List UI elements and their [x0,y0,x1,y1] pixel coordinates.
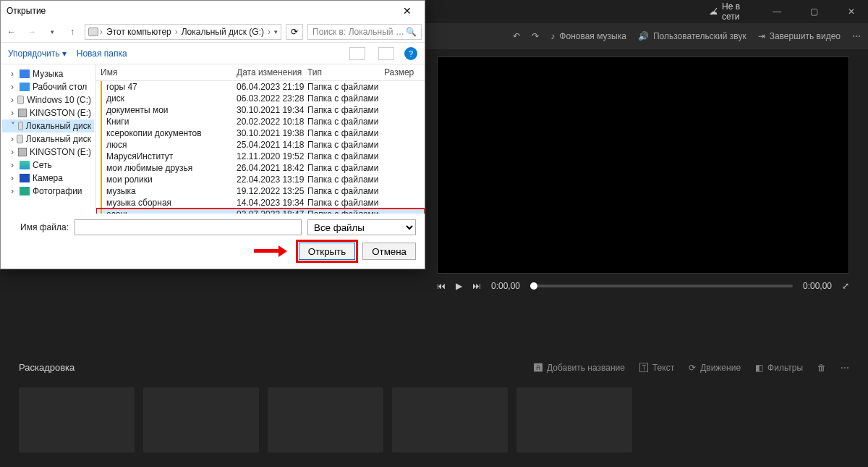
undo-button[interactable]: ↶ [513,31,520,41]
tree-item[interactable]: ›Рабочий стол [2,80,94,93]
minimize-button[interactable]: — [765,1,789,22]
file-date: 22.04.2023 13:19 [237,174,307,185]
file-row[interactable]: мои любимые друзья26.04.2021 18:42Папка … [96,162,425,174]
col-size[interactable]: Размер [384,67,420,77]
col-name[interactable]: Имя [101,67,237,77]
next-button[interactable]: ⏭ [472,281,481,291]
customsound-button[interactable]: 🔊Пользовательский звук [638,31,746,41]
tree-item[interactable]: ›KINGSTON (E:) [2,146,94,159]
tree-item[interactable]: ›KINGSTON (E:) [2,106,94,119]
chevron-icon: › [11,186,17,196]
usb-icon [18,109,27,117]
undo-icon: ↶ [513,31,520,41]
file-row[interactable]: МарусяИнститут12.11.2020 19:52Папка с фа… [96,151,425,162]
dialog-close-button[interactable]: ✕ [396,5,419,17]
prev-button[interactable]: ⏮ [437,281,446,291]
storyboard-slot[interactable] [268,387,383,453]
view-button[interactable] [349,47,365,60]
tree-item[interactable]: ›Камера [2,172,94,185]
file-date: 30.10.2021 19:34 [237,105,307,115]
storyboard-slot[interactable] [516,387,632,453]
maximize-button[interactable]: ▢ [802,1,827,22]
file-list: Имя Дата изменения Тип Размер горы 4706.… [96,64,425,214]
filetype-select[interactable]: Все файлы [307,219,416,235]
file-row[interactable]: диск06.03.2022 23:28Папка с файлами [96,93,425,104]
export-icon: ⇥ [758,31,765,41]
file-row[interactable]: музыка сборная14.04.2023 19:34Папка с фа… [96,197,425,209]
more-button[interactable]: ⋯ [852,31,861,41]
up-button[interactable]: ↑ [64,24,80,40]
help-button[interactable]: ? [404,47,417,60]
seek-knob[interactable] [530,282,537,290]
back-button[interactable]: ← [4,24,20,40]
search-input[interactable]: Поиск в: Локальный диск (G:) 🔍 [307,24,422,40]
bgmusic-button[interactable]: ♪Фоновая музыка [550,31,626,41]
file-row[interactable]: люся25.04.2021 14:18Папка с файлами [96,139,425,151]
open-button[interactable]: Открыть [299,243,355,260]
tree-item[interactable]: ›Windows 10 (C:) [2,93,94,106]
file-date: 20.02.2022 10:18 [237,117,307,127]
recent-dropdown[interactable]: ▾ [44,24,60,40]
tree-item[interactable]: ›Музыка [2,67,94,80]
organize-button[interactable]: Упорядочить ▾ [8,49,67,59]
storyboard-more-button[interactable]: ⋯ [841,363,849,373]
breadcrumb[interactable]: › Этот компьютер › Локальный диск (G:) ›… [85,24,281,40]
preview-pane-button[interactable] [378,47,394,60]
newfolder-button[interactable]: Новая папка [77,49,127,59]
file-row[interactable]: горы 4706.04.2023 21:19Папка с файлами [96,81,425,93]
video-preview[interactable] [437,56,849,274]
file-type: Папка с файлами [307,174,384,185]
chevron-icon: › [11,160,17,170]
col-date[interactable]: Дата изменения [237,67,307,77]
file-row[interactable]: документы мои30.10.2021 19:34Папка с фай… [96,104,425,116]
dialog-titlebar: Открытие ✕ [1,1,425,21]
motion-button[interactable]: ⟳Движение [689,363,741,373]
storyboard-slot[interactable] [392,387,508,453]
redo-button[interactable]: ↷ [532,31,539,41]
folder-icon [101,116,102,127]
preview-panel: ⏮ ▶ ⏭ 0:00,00 0:00,00 ⤢ [437,56,849,345]
folder-tree[interactable]: ›Музыка›Рабочий стол›Windows 10 (C:)›KIN… [1,64,96,214]
storyboard-slot[interactable] [19,387,135,453]
file-type: Папка с файлами [307,128,384,138]
chevron-icon: › [11,82,17,92]
storyboard-title: Раскадровка [19,362,75,373]
dialog-toolbar: Упорядочить ▾ Новая папка ? [1,43,425,64]
breadcrumb-item[interactable]: Этот компьютер [104,27,174,37]
breadcrumb-item[interactable]: Локальный диск (G:) [179,27,266,37]
play-button[interactable]: ▶ [456,281,462,291]
tree-item[interactable]: ˅Локальный диск [2,119,94,132]
file-type: Папка с файлами [307,82,384,92]
seek-slider[interactable] [530,285,793,287]
column-headers[interactable]: Имя Дата изменения Тип Размер [96,64,425,81]
usb-icon [18,148,27,156]
file-name: Книги [101,117,237,127]
forward-button[interactable]: → [24,24,40,40]
filename-input[interactable] [75,219,302,235]
file-row[interactable]: мои ролики22.04.2023 13:19Папка с файлам… [96,174,425,185]
add-title-button[interactable]: 🅰Добавить название [534,363,625,373]
camera-icon [20,174,30,182]
file-row[interactable]: осень03.07.2023 18:47Папка с файлами [96,209,425,214]
tree-item-label: Рабочий стол [33,82,87,92]
fullscreen-button[interactable]: ⤢ [842,281,849,291]
breadcrumb-dropdown[interactable]: ▾ [274,28,278,35]
file-name: музыка сборная [101,198,237,208]
delete-button[interactable]: 🗑 [817,363,826,373]
tree-item[interactable]: ›Сеть [2,159,94,172]
cancel-button[interactable]: Отмена [362,243,416,260]
tree-item[interactable]: ›Локальный диск [2,132,94,146]
refresh-button[interactable]: ⟳ [286,24,303,40]
file-rows[interactable]: горы 4706.04.2023 21:19Папка с файламиди… [96,81,425,214]
tree-item[interactable]: ›Фотографии [2,185,94,198]
file-row[interactable]: музыка19.12.2022 13:25Папка с файлами [96,185,425,197]
close-button[interactable]: ✕ [839,1,864,22]
text-button[interactable]: 🅃Текст [639,363,674,373]
file-row[interactable]: Книги20.02.2022 10:18Папка с файлами [96,116,425,127]
file-row[interactable]: ксерокопии документов30.10.2021 19:38Пап… [96,127,425,139]
finish-video-button[interactable]: ⇥Завершить видео [758,31,841,41]
folder-icon [101,162,102,174]
filters-button[interactable]: ◧Фильтры [755,363,803,373]
storyboard-slot[interactable] [143,387,259,453]
col-type[interactable]: Тип [307,67,384,77]
